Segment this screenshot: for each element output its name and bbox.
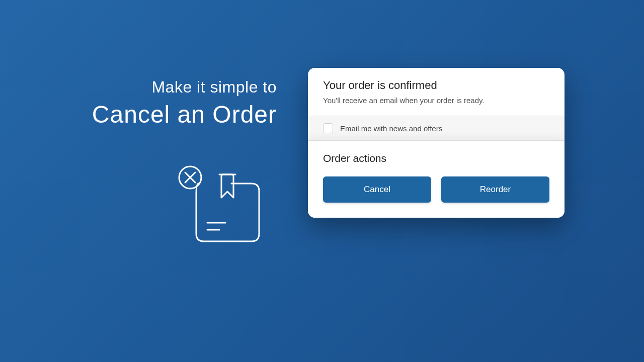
marketing-optin-row[interactable]: Email me with news and offers — [308, 116, 565, 141]
order-actions-section: Order actions Cancel Reorder — [308, 141, 565, 218]
order-actions-buttons: Cancel Reorder — [323, 176, 549, 203]
reorder-button[interactable]: Reorder — [441, 176, 549, 203]
promo-line-1: Make it simple to — [65, 78, 277, 97]
order-actions-title: Order actions — [323, 152, 549, 164]
confirmation-title: Your order is confirmed — [323, 79, 549, 92]
cancel-button[interactable]: Cancel — [323, 176, 431, 203]
order-confirmation-card: Your order is confirmed You'll receive a… — [308, 68, 565, 218]
promo-line-2: Cancel an Order — [65, 101, 277, 128]
promo-headline: Make it simple to Cancel an Order — [65, 78, 277, 128]
confirmation-section: Your order is confirmed You'll receive a… — [308, 68, 565, 116]
package-doodle-icon — [171, 158, 272, 256]
marketing-checkbox[interactable] — [323, 123, 333, 133]
confirmation-subtitle: You'll receive an email when your order … — [323, 96, 549, 105]
marketing-checkbox-label: Email me with news and offers — [340, 124, 442, 133]
